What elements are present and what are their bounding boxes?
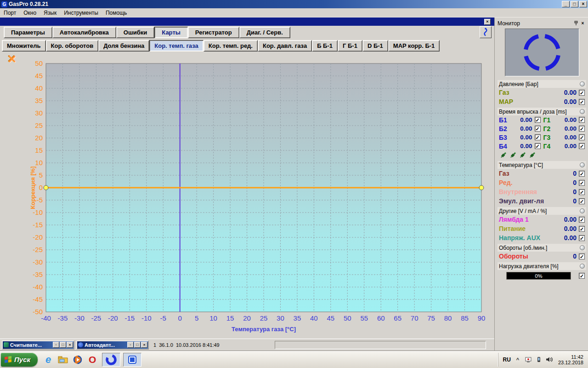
menu-item-1[interactable]: Порт <box>0 9 20 17</box>
title-bar[interactable]: G GasPro 0.28.21 _ □ × <box>0 0 588 8</box>
maximize-icon[interactable]: □ <box>134 342 141 348</box>
section-options-icon[interactable] <box>580 264 585 269</box>
y-tick-label: -35 <box>33 270 43 278</box>
tab-map-1[interactable]: Множитель <box>2 40 46 52</box>
section-options-icon[interactable] <box>580 245 585 250</box>
section-options-icon[interactable] <box>580 162 585 167</box>
minimized-window-reader[interactable]: Считывате... ▫ □ × <box>2 340 74 350</box>
system-tray: RU ^ 11:42 23.12.2018 <box>498 353 587 367</box>
language-indicator[interactable]: RU <box>503 356 511 363</box>
tab-main-2[interactable]: Автокалибровка <box>52 27 116 38</box>
tab-map-9[interactable]: D Б-1 <box>362 40 388 52</box>
monitor-value: 0.00 <box>564 234 577 242</box>
monitor-checkbox[interactable]: ✓ <box>579 198 585 204</box>
connection-button[interactable] <box>480 26 492 38</box>
series-point[interactable] <box>479 185 484 190</box>
app-taskbar-button[interactable] <box>123 353 141 367</box>
monitor-checkbox[interactable]: ✓ <box>579 90 585 96</box>
monitor-row: Эмул. двиг-ля0✓ <box>498 196 586 206</box>
window-title: GasPro 0.28.21 <box>9 1 561 7</box>
x-tick-label: 35 <box>294 314 301 322</box>
x-tick-label: 45 <box>327 314 335 322</box>
monitor-checkbox[interactable]: ✓ <box>535 143 541 149</box>
minimize-icon[interactable]: _ <box>562 1 570 7</box>
monitor-checkbox[interactable]: ✓ <box>579 143 585 149</box>
close-icon[interactable]: × <box>579 1 587 7</box>
monitor-checkbox[interactable]: ✓ <box>579 117 585 123</box>
x-tick-label: 40 <box>310 314 318 322</box>
tab-main-5[interactable]: Регистратор <box>188 27 239 38</box>
minimized-window-title: Считывате... <box>10 342 52 348</box>
injector-icon <box>519 151 526 159</box>
section-options-icon[interactable] <box>580 109 585 114</box>
menu-item-5[interactable]: Помощь <box>102 9 130 17</box>
monitor-label: Газ <box>499 170 509 177</box>
monitor-checkbox[interactable]: ✓ <box>579 253 585 259</box>
y-axis-title: Коррекция [%] <box>29 167 36 209</box>
restore-icon[interactable]: ▫ <box>53 342 59 348</box>
monitor-label: Г1 <box>543 116 551 124</box>
gaspro-taskbar-button[interactable] <box>102 353 120 367</box>
tray-display-icon[interactable] <box>525 356 532 363</box>
y-tick-label: 50 <box>35 59 43 67</box>
tab-map-10[interactable]: MAP корр. Б-1 <box>388 40 440 52</box>
restore-icon[interactable]: □ <box>571 1 578 7</box>
monitor-value: 0.00 <box>564 216 577 223</box>
pin-icon[interactable] <box>572 20 579 27</box>
tab-map-7[interactable]: Б Б-1 <box>312 40 338 52</box>
menu-item-3[interactable]: Язык <box>40 9 60 17</box>
tab-map-4[interactable]: Кор. темп. газа <box>149 40 203 52</box>
tab-map-6[interactable]: Кор. давл. газа <box>258 40 312 52</box>
monitor-checkbox[interactable]: ✓ <box>579 235 585 241</box>
x-tick-label: 75 <box>427 314 435 322</box>
clock[interactable]: 11:42 23.12.2018 <box>556 354 583 365</box>
y-tick-label: 30 <box>35 109 43 117</box>
tab-main-1[interactable]: Параметры <box>4 27 52 38</box>
menu-item-4[interactable]: Инструменты <box>60 9 102 17</box>
opera-icon[interactable]: O <box>86 354 98 366</box>
monitor-checkbox[interactable]: ✓ <box>579 180 585 186</box>
monitor-label: MAP <box>499 98 513 105</box>
restore-icon[interactable]: ▫ <box>127 342 134 348</box>
toolbar-close-icon[interactable]: × <box>484 19 491 25</box>
monitor-checkbox[interactable]: ✓ <box>579 189 585 195</box>
x-tick-label: -30 <box>74 314 85 322</box>
monitor-checkbox[interactable]: ✓ <box>535 126 541 132</box>
monitor-checkbox[interactable]: ✓ <box>579 273 585 279</box>
tray-device-icon[interactable] <box>535 356 543 363</box>
tray-expand-icon[interactable]: ^ <box>514 356 521 363</box>
close-icon[interactable]: × <box>141 342 147 348</box>
minimized-window-autoadapt[interactable]: Автоадапт... ▫ □ × <box>76 340 149 350</box>
menu-item-2[interactable]: Окно <box>20 9 40 17</box>
monitor-value: 0 <box>573 170 577 177</box>
monitor-checkbox[interactable]: ✓ <box>579 99 585 105</box>
monitor-checkbox[interactable]: ✓ <box>535 134 541 140</box>
start-button[interactable]: Пуск <box>1 353 38 367</box>
tab-main-3[interactable]: Ошибки <box>116 27 154 38</box>
monitor-checkbox[interactable]: ✓ <box>579 217 585 223</box>
series-point[interactable] <box>44 185 48 190</box>
monitor-checkbox[interactable]: ✓ <box>579 126 585 132</box>
internet-explorer-icon[interactable]: e <box>42 354 54 366</box>
tab-main-6[interactable]: Диаг. / Серв. <box>239 27 290 38</box>
volume-icon[interactable] <box>546 356 553 363</box>
monitor-label: Обороты <box>499 253 528 260</box>
gas-temp-correction-chart[interactable]: -40-35-30-25-20-15-10-505101520253035404… <box>0 52 493 338</box>
close-icon[interactable]: × <box>67 342 73 348</box>
tab-main-4[interactable]: Карты <box>154 27 188 38</box>
tab-map-5[interactable]: Кор. темп. ред. <box>204 40 258 52</box>
monitor-label: Б2 <box>499 125 507 132</box>
monitor-checkbox[interactable]: ✓ <box>535 117 541 123</box>
media-player-icon[interactable] <box>72 354 84 366</box>
tab-map-2[interactable]: Кор. оборотов <box>46 40 99 52</box>
section-options-icon[interactable] <box>580 208 585 213</box>
tab-map-3[interactable]: Доля бензина <box>98 40 149 52</box>
monitor-checkbox[interactable]: ✓ <box>579 134 585 140</box>
monitor-checkbox[interactable]: ✓ <box>579 226 585 232</box>
section-options-icon[interactable] <box>580 81 585 86</box>
monitor-close-icon[interactable]: × <box>579 20 586 27</box>
tab-map-8[interactable]: Г Б-1 <box>338 40 362 52</box>
maximize-icon[interactable]: □ <box>60 342 66 348</box>
monitor-checkbox[interactable]: ✓ <box>579 171 585 177</box>
folder-icon[interactable] <box>57 354 69 366</box>
